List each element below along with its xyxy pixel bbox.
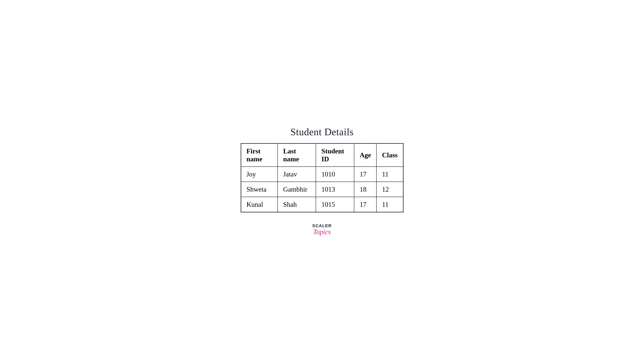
table-header-row: First name Last name Student ID Age Clas… (241, 143, 403, 167)
cell-student_id-1: 1013 (316, 182, 354, 197)
cell-first_name-0: Joy (241, 167, 278, 182)
table-row: JoyJatav10101711 (241, 167, 403, 182)
cell-class-0: 11 (376, 167, 403, 182)
cell-class-2: 11 (376, 197, 403, 212)
cell-age-2: 17 (354, 197, 376, 212)
table-row: ShwetaGambhir10131812 (241, 182, 403, 197)
cell-last_name-0: Jatav (278, 167, 316, 182)
col-header-first-name: First name (241, 143, 278, 167)
cell-last_name-2: Shah (278, 197, 316, 212)
brand-name: SCALER (312, 224, 332, 228)
cell-age-1: 18 (354, 182, 376, 197)
page-title: Student Details (290, 126, 354, 138)
student-table: First name Last name Student ID Age Clas… (241, 143, 404, 212)
col-header-last-name: Last name (278, 143, 316, 167)
brand-subtitle: Topics (313, 228, 331, 236)
col-header-age: Age (354, 143, 376, 167)
table-row: KunalShah10151711 (241, 197, 403, 212)
col-header-student-id: Student ID (316, 143, 354, 167)
cell-student_id-0: 1010 (316, 167, 354, 182)
cell-last_name-1: Gambhir (278, 182, 316, 197)
cell-student_id-2: 1015 (316, 197, 354, 212)
page-wrapper: Student Details First name Last name Stu… (237, 119, 407, 243)
cell-first_name-1: Shweta (241, 182, 278, 197)
cell-class-1: 12 (376, 182, 403, 197)
col-header-class: Class (376, 143, 403, 167)
cell-first_name-2: Kunal (241, 197, 278, 212)
cell-age-0: 17 (354, 167, 376, 182)
brand-section: SCALER Topics (312, 224, 332, 236)
